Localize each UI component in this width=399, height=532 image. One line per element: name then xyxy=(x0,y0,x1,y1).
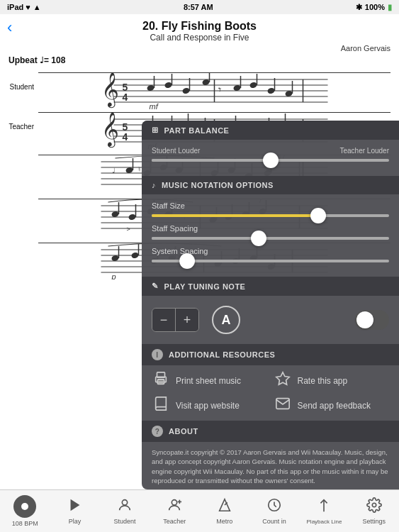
note-display: A xyxy=(212,306,240,334)
part-balance-title: PART BALANCE xyxy=(164,126,230,135)
student-label: Student xyxy=(9,83,38,91)
print-icon xyxy=(152,371,170,390)
play-button[interactable]: Play xyxy=(50,490,99,532)
teacher-louder-label: Teacher Louder xyxy=(340,147,390,155)
part-balance-fill xyxy=(152,159,271,162)
staff-size-row: Staff Size xyxy=(152,201,389,217)
svg-point-21 xyxy=(267,87,276,94)
system-spacing-row: System Spacing xyxy=(152,247,389,262)
play-label: Play xyxy=(69,518,82,525)
student-icon xyxy=(117,497,133,516)
status-bar: iPad ♥ ▲ 8:57 AM ✱ 100% ▮ xyxy=(0,0,399,14)
status-time: 8:57 AM xyxy=(184,3,213,11)
settings-icon xyxy=(366,497,382,516)
teacher-icon xyxy=(167,497,182,516)
svg-marker-143 xyxy=(70,499,79,511)
back-button[interactable]: ‹ xyxy=(7,18,12,37)
svg-point-10 xyxy=(164,82,173,89)
bpm-control[interactable]: 108 BPM xyxy=(0,490,50,532)
tuning-toggle[interactable] xyxy=(355,310,389,330)
teacher-button[interactable]: Teacher xyxy=(150,490,199,532)
system-spacing-thumb[interactable] xyxy=(179,253,195,269)
metro-label: Metro xyxy=(216,518,232,525)
svg-text:♮: ♮ xyxy=(138,165,141,173)
notation-icon: ♪ xyxy=(152,181,156,189)
song-subtitle: Call and Response in Five xyxy=(9,33,390,43)
svg-point-19 xyxy=(249,82,258,89)
about-header: ? ABOUT xyxy=(142,421,399,442)
send-feedback[interactable]: Send app feedback xyxy=(274,396,390,415)
svg-text:𝄞: 𝄞 xyxy=(101,112,119,148)
device-name: iPad ♥ xyxy=(7,3,30,11)
tuning-body: − + A xyxy=(142,296,399,344)
visit-website[interactable]: Visit app website xyxy=(152,396,268,415)
bottom-toolbar: 108 BPM Play Student Teacher xyxy=(0,489,399,532)
notation-body: Staff Size Staff Spacing System Spacing xyxy=(142,194,399,277)
bluetooth-icon: ✱ xyxy=(356,3,362,12)
settings-button[interactable]: Settings xyxy=(349,490,399,532)
svg-point-145 xyxy=(172,500,177,505)
staff-spacing-fill xyxy=(152,237,259,240)
metro-icon xyxy=(217,497,232,516)
tuning-icon: ✎ xyxy=(152,282,159,291)
visit-website-label: Visit app website xyxy=(176,401,240,411)
svg-text:4: 4 xyxy=(123,131,128,143)
staff-size-label: Staff Size xyxy=(152,201,389,210)
tuning-controls-row: − + A xyxy=(152,303,389,337)
svg-point-12 xyxy=(182,87,191,94)
settings-panel: ⊞ PART BALANCE Student Louder Teacher Lo… xyxy=(142,121,399,489)
student-staff-row: Student 𝄞 5 4 xyxy=(9,68,390,105)
system-spacing-track[interactable] xyxy=(152,260,389,262)
additional-icon: i xyxy=(152,349,163,360)
battery-label: 100% xyxy=(365,3,385,11)
playback-line-icon xyxy=(316,498,332,517)
status-right: ✱ 100% ▮ xyxy=(356,3,392,12)
notation-title: MUSIC NOTATION OPTIONS xyxy=(162,181,274,189)
part-balance-header: ⊞ PART BALANCE xyxy=(142,121,399,140)
minus-button[interactable]: − xyxy=(152,309,175,331)
print-sheet-music[interactable]: Print sheet music xyxy=(152,371,268,390)
staff-size-thumb[interactable] xyxy=(310,208,326,223)
count-in-icon xyxy=(266,497,282,516)
about-icon: ? xyxy=(152,426,163,437)
part-balance-icon: ⊞ xyxy=(152,126,159,135)
wifi-icon: ▲ xyxy=(33,3,41,11)
tuning-toggle-knob xyxy=(356,311,373,328)
additional-header: i ADDITIONAL RESOURCES xyxy=(142,344,399,365)
part-balance-thumb[interactable] xyxy=(263,153,279,168)
rate-app[interactable]: Rate this app xyxy=(274,371,390,390)
staff-spacing-thumb[interactable] xyxy=(251,231,266,246)
svg-text:𝄾: 𝄾 xyxy=(218,87,221,92)
plus-button[interactable]: + xyxy=(176,309,198,331)
song-title: 20. Fly Fishing Boots xyxy=(9,20,390,33)
status-left: iPad ♥ ▲ xyxy=(7,3,41,11)
svg-text:p: p xyxy=(111,272,116,279)
staff-spacing-label: Staff Spacing xyxy=(152,224,389,233)
tuning-stepper[interactable]: − + xyxy=(152,308,199,332)
bpm-dot xyxy=(21,503,28,510)
print-sheet-label: Print sheet music xyxy=(176,376,241,386)
staff-size-track[interactable] xyxy=(152,214,389,217)
playback-line-button[interactable]: Playback Line xyxy=(299,490,349,532)
additional-title: ADDITIONAL RESOURCES xyxy=(169,350,275,359)
teacher-label: Teacher xyxy=(163,518,186,525)
student-label: Student xyxy=(113,518,135,525)
count-in-button[interactable]: Count in xyxy=(249,490,299,532)
staff-spacing-track[interactable] xyxy=(152,237,389,240)
about-body: Syncopate.it copyright © 2017 Aaron Gerv… xyxy=(142,442,399,489)
playback-line-label: Playback Line xyxy=(307,519,342,525)
about-body-text-1: Syncopate.it copyright © 2017 Aaron Gerv… xyxy=(152,448,389,485)
bpm-value: 108 BPM xyxy=(12,520,38,527)
bpm-circle xyxy=(13,495,36,518)
student-button[interactable]: Student xyxy=(100,490,150,532)
svg-text:>: > xyxy=(127,226,130,233)
battery-icon: ▮ xyxy=(388,3,392,12)
svg-text:𝄞: 𝄞 xyxy=(101,72,119,109)
part-balance-track[interactable] xyxy=(152,159,389,162)
song-author: Aaron Gervais xyxy=(9,44,390,52)
tempo-line: Upbeat ♩= 108 xyxy=(9,55,390,65)
student-staff-lines: 𝄞 5 4 𝄾 xyxy=(38,72,390,101)
about-title: ABOUT xyxy=(169,427,198,436)
metro-button[interactable]: Metro xyxy=(200,490,249,532)
part-balance-body: Student Louder Teacher Louder xyxy=(142,140,399,176)
